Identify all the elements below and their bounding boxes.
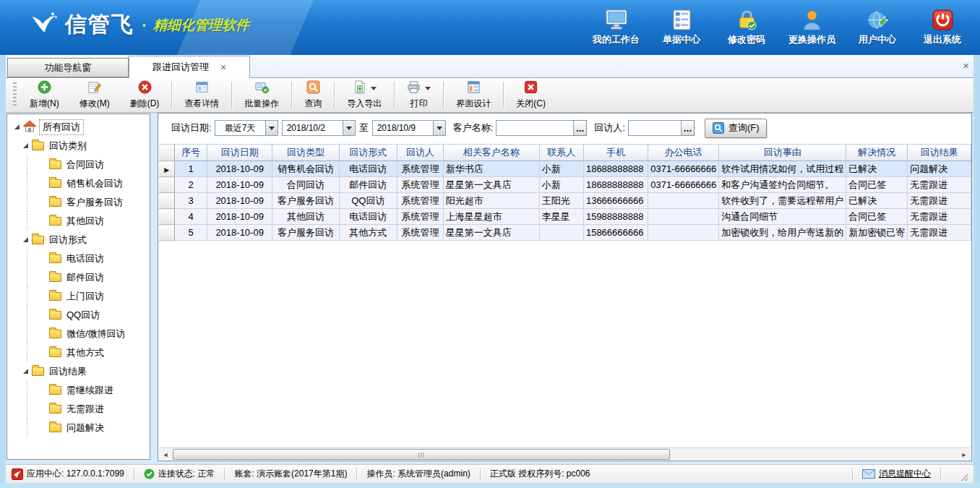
column-header[interactable]: 回访结果 — [908, 145, 971, 161]
tree-group-3[interactable]: 回访结果 — [7, 362, 150, 381]
table-row[interactable]: 22018-10-09合同回访邮件回访系统管理星星第一文具店小新18688888… — [159, 177, 971, 193]
toolbar-button-label: 新增(N) — [30, 98, 59, 110]
folder-icon — [32, 142, 44, 150]
tree-item[interactable]: QQ回访 — [7, 306, 150, 325]
date-from-value: 2018/10/2 — [283, 123, 343, 133]
scrollbar-thumb[interactable] — [173, 449, 670, 460]
to-label: 至 — [359, 121, 369, 134]
nav-item-3[interactable]: 修改密码 — [723, 7, 770, 46]
tree-expand-icon[interactable] — [23, 143, 28, 148]
folder-icon — [32, 367, 44, 376]
toolbar-button-add[interactable]: 新增(N) — [20, 78, 69, 112]
customer-browse-button[interactable]: … — [574, 120, 587, 136]
search-button[interactable]: 查询(F) — [705, 119, 768, 138]
dropdown-arrow-icon[interactable] — [343, 121, 355, 135]
column-header[interactable]: 回访形式 — [339, 145, 397, 161]
date-to-combo[interactable]: 2018/10/9 — [372, 120, 446, 136]
nav-item-4[interactable]: 更换操作员 — [788, 7, 835, 46]
date-range-combo[interactable]: 最近7天 — [215, 120, 278, 136]
table-row[interactable]: 12018-10-09销售机会回访电话回访系统管理新华书店小新186888888… — [159, 161, 971, 177]
tree-group-1[interactable]: 回访类别 — [7, 137, 150, 155]
nav-item-6[interactable]: 退出系统 — [919, 7, 966, 46]
table-row[interactable]: 52018-10-09客户服务回访其他方式系统管理星星第一文具店15866666… — [159, 225, 971, 241]
row-selector[interactable] — [159, 177, 175, 193]
tree-expand-icon[interactable] — [14, 124, 20, 129]
column-header[interactable]: 联系人 — [539, 145, 583, 161]
nav-item-2[interactable]: 单据中心 — [658, 7, 705, 46]
tree-item[interactable]: 问题解决 — [7, 419, 150, 437]
column-header[interactable]: 办公电话 — [648, 145, 719, 161]
column-header[interactable]: 回访类型 — [272, 145, 339, 161]
toolbar-button-view-detail[interactable]: 查看详情 — [174, 78, 229, 112]
toolbar-divider — [291, 82, 292, 108]
toolbar-button-label: 修改(M) — [79, 98, 110, 110]
dropdown-arrow-icon[interactable] — [265, 121, 278, 135]
table-cell: 18688888888 — [583, 177, 648, 193]
tree-item[interactable]: 上门回访 — [7, 287, 150, 306]
tab-function-nav[interactable]: 功能导航窗 — [7, 58, 129, 77]
tree-group-2[interactable]: 回访形式 — [7, 231, 150, 249]
row-selector[interactable] — [159, 193, 175, 209]
toolbar-button-query[interactable]: 查询 — [294, 78, 332, 112]
column-header[interactable]: 手机 — [583, 145, 648, 161]
tree-item[interactable]: 其他方式 — [7, 343, 150, 362]
column-header[interactable]: 解决情况 — [846, 145, 908, 161]
dropdown-caret-icon[interactable] — [425, 87, 431, 90]
row-selector[interactable] — [159, 209, 175, 225]
column-header[interactable]: 相关客户名称 — [443, 145, 539, 161]
table-row[interactable]: 32018-10-09客户服务回访QQ回访系统管理阳光超市王阳光13666666… — [159, 193, 971, 209]
column-header[interactable]: 回访日期 — [207, 145, 272, 161]
tab-close-icon[interactable]: × — [220, 62, 226, 72]
tab-followup-management[interactable]: 跟进回访管理 × — [129, 56, 250, 78]
tree-item[interactable]: 合同回访 — [7, 155, 150, 174]
dropdown-arrow-icon[interactable] — [433, 121, 445, 135]
toolbar-button-edit[interactable]: 修改(M) — [69, 78, 120, 112]
row-selector[interactable] — [159, 161, 175, 177]
tree-expand-icon[interactable] — [23, 369, 28, 374]
scroll-left-icon[interactable] — [160, 449, 171, 460]
tree-item[interactable]: 微信/微博回访 — [7, 325, 150, 343]
tree-root-all-visits[interactable]: 所有回访 — [7, 118, 150, 137]
tree-item[interactable]: 销售机会回访 — [7, 174, 150, 193]
connected-check-icon — [144, 468, 155, 479]
row-selector[interactable] — [159, 225, 175, 241]
tree-item-label: 合同回访 — [66, 158, 104, 171]
customer-name-input[interactable] — [496, 120, 574, 136]
tree-item[interactable]: 邮件回访 — [7, 268, 150, 287]
message-center-link[interactable]: 消息提醒中心 — [862, 468, 931, 480]
column-header[interactable]: 回访人 — [397, 145, 444, 161]
dropdown-caret-icon[interactable] — [371, 87, 377, 90]
user-center-globe-icon — [867, 7, 888, 30]
resize-grip[interactable] — [960, 474, 968, 481]
toolbar-button-print[interactable]: 打印 — [397, 78, 441, 112]
table-row[interactable]: 42018-10-09其他回访电话回访系统管理上海星星超市李星星15988888… — [159, 209, 971, 225]
toolbar-button-close-red[interactable]: 关闭(C) — [506, 78, 556, 112]
tree-item[interactable]: 需继续跟进 — [7, 381, 150, 400]
column-header[interactable]: 序号 — [175, 145, 207, 161]
toolbar-button-batch-operate[interactable]: 批量操作 — [234, 78, 289, 112]
scroll-right-icon[interactable] — [958, 449, 970, 460]
tree-item[interactable]: 客户服务回访 — [7, 193, 150, 212]
table-cell: 1 — [175, 161, 207, 177]
table-cell: 小新 — [539, 177, 583, 193]
table-cell: 无需跟进 — [908, 177, 971, 193]
toolbar-button-delete[interactable]: 删除(D) — [120, 78, 170, 112]
tabbar-close-icon[interactable]: × — [963, 59, 969, 72]
toolbar-grip[interactable] — [13, 82, 17, 108]
table-cell — [648, 209, 719, 225]
nav-item-5[interactable]: 用户中心 — [854, 7, 901, 46]
column-header[interactable]: 回访事由 — [719, 145, 846, 161]
toolbar-button-ui-design[interactable]: 界面设计 — [446, 78, 501, 112]
visitor-browse-button[interactable]: … — [682, 120, 695, 136]
tree-item[interactable]: 其他回访 — [7, 212, 150, 231]
visitor-input[interactable] — [628, 120, 682, 136]
toolbar-button-import-export[interactable]: 导入导出 — [337, 78, 392, 112]
tree-item-label: 需继续跟进 — [66, 384, 113, 397]
horizontal-scrollbar[interactable] — [159, 448, 971, 460]
tree-item[interactable]: 电话回访 — [7, 249, 150, 268]
tree-item[interactable]: 无需跟进 — [7, 400, 150, 419]
date-from-combo[interactable]: 2018/10/2 — [282, 120, 356, 136]
nav-item-1[interactable]: 我的工作台 — [593, 7, 640, 46]
document-center-icon — [671, 7, 692, 30]
tree-expand-icon[interactable] — [23, 237, 28, 242]
